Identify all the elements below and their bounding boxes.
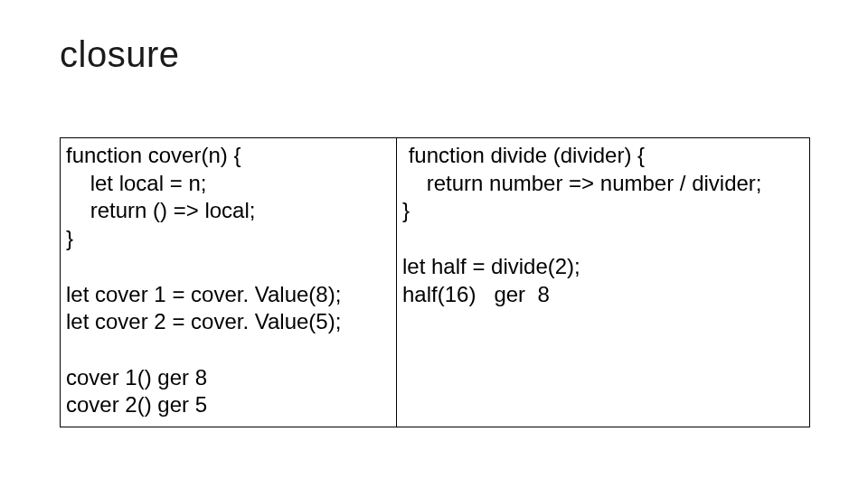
- code-line: let half = divide(2);: [402, 253, 804, 281]
- code-line: let cover 1 = cover. Value(8);: [66, 281, 391, 309]
- code-line: function divide (divider) {: [402, 142, 804, 170]
- code-line: }: [402, 197, 804, 225]
- slide-title: closure: [60, 34, 179, 75]
- code-line: }: [66, 225, 391, 253]
- code-line: cover 1() ger 8: [66, 364, 391, 392]
- code-columns: function cover(n) { let local = n; retur…: [60, 137, 810, 427]
- code-right-column: function divide (divider) { return numbe…: [397, 138, 809, 427]
- code-line: let cover 2 = cover. Value(5);: [66, 308, 391, 336]
- code-line: let local = n;: [66, 170, 391, 198]
- code-line: return number => number / divider;: [402, 170, 804, 198]
- code-line: function cover(n) {: [66, 142, 391, 170]
- code-line: [66, 253, 391, 281]
- code-line: [402, 225, 804, 253]
- code-left-column: function cover(n) { let local = n; retur…: [61, 138, 397, 427]
- code-line: cover 2() ger 5: [66, 391, 391, 419]
- slide: closure function cover(n) { let local = …: [0, 0, 868, 488]
- code-line: [66, 336, 391, 364]
- code-line: half(16) ger 8: [402, 281, 804, 309]
- code-line: return () => local;: [66, 197, 391, 225]
